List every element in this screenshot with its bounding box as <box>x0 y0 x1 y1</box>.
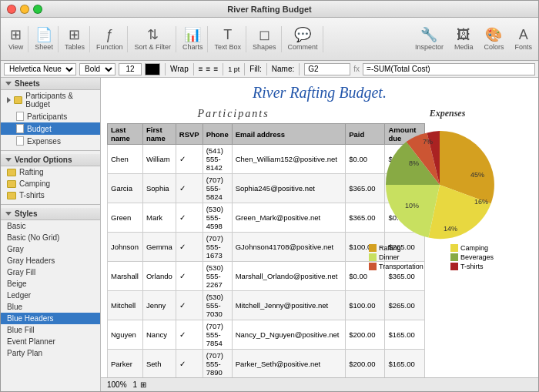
separator-2 <box>193 63 194 75</box>
sheets-header[interactable]: Sheets <box>1 78 100 90</box>
toolbar-colors[interactable]: 🎨 Colors <box>480 26 507 52</box>
window-controls <box>7 5 42 14</box>
label-45: 45% <box>470 171 484 179</box>
formula-input[interactable] <box>363 63 535 75</box>
status-bar: 100% 1 ⊞ <box>101 377 538 391</box>
sidebar-label-participants: Participants <box>27 112 67 121</box>
participants-title: Participants <box>107 108 360 120</box>
legend-transportation: Transportation <box>369 263 444 270</box>
sidebar-sep-2 <box>1 204 100 205</box>
sheet-label: Sheet <box>35 43 53 51</box>
align-right-icon[interactable]: ≡ <box>213 65 218 73</box>
maximize-button[interactable] <box>33 5 42 14</box>
toolbar-textbox[interactable]: T Text Box <box>209 26 246 52</box>
sheets-header-label: Sheets <box>15 79 40 88</box>
table-cell: ✓ <box>176 262 203 291</box>
sidebar-item-style[interactable]: Gray <box>1 243 100 255</box>
toolbar-media[interactable]: 🖼 Media <box>451 26 477 52</box>
table-cell: ✓ <box>176 233 203 262</box>
table-cell: Orlando <box>142 262 176 291</box>
sidebar-item-rafting[interactable]: Rafting <box>1 166 100 178</box>
table-cell: Mark <box>142 203 176 233</box>
label-16: 16% <box>474 198 488 206</box>
toolbar-shapes[interactable]: ◻ Shapes <box>248 26 282 52</box>
legend-label-beverages: Beverages <box>460 253 494 261</box>
legend-color-camping <box>450 244 458 252</box>
table-cell: Marshall <box>108 262 143 291</box>
sheet-icon: 📄 <box>35 28 52 42</box>
toolbar-view[interactable]: ⊞ View <box>4 26 28 52</box>
table-cell: Nancy_D_Nguyen@positive.net <box>232 320 346 350</box>
toolbar-inspector[interactable]: 🔧 Inspector <box>412 26 447 52</box>
sidebar-item-style[interactable]: Gray Fill <box>1 266 100 278</box>
sidebar-item-style[interactable]: Gray Headers <box>1 255 100 266</box>
legend-label-transportation: Transportation <box>379 263 424 270</box>
font-weight-select[interactable]: Bold <box>79 63 116 75</box>
toolbar-right: 🔧 Inspector 🖼 Media 🎨 Colors A Fonts <box>412 26 535 52</box>
table-cell: Parker <box>108 350 143 378</box>
sidebar-item-style[interactable]: Blue Fill <box>1 324 100 336</box>
vendor-label-camping: Camping <box>19 179 50 188</box>
sidebar-item-style[interactable]: Event Planner <box>1 336 100 347</box>
font-color-box[interactable] <box>145 63 160 75</box>
table-cell: Chen <box>108 145 143 174</box>
table-cell: Johnson <box>108 233 143 262</box>
minimize-button[interactable] <box>20 5 29 14</box>
folder-icon <box>14 96 22 104</box>
sidebar-item-style[interactable]: Basic <box>1 220 100 232</box>
label-8: 8% <box>409 159 419 167</box>
table-cell: (707) 555-1673 <box>203 233 232 262</box>
close-button[interactable] <box>7 5 16 14</box>
align-center-icon[interactable]: ≡ <box>206 65 211 73</box>
font-family-select[interactable]: Helvetica Neue <box>4 63 76 75</box>
table-cell: Nguyen <box>108 320 143 350</box>
sidebar-sep-1 <box>1 150 100 151</box>
legend-color-transportation <box>369 263 377 270</box>
sheet-title: River Rafting Budget. <box>107 84 532 102</box>
table-cell: Mitchell_Jenny@positive.net <box>232 291 346 320</box>
sidebar-item-tshirts[interactable]: T-shirts <box>1 189 100 201</box>
table-cell: Mitchell <box>108 291 143 320</box>
toolbar-comment[interactable]: 💬 Comment <box>283 26 323 52</box>
toolbar-charts[interactable]: 📊 Charts <box>178 26 209 52</box>
label-10: 10% <box>405 202 419 209</box>
toolbar-sheet[interactable]: 📄 Sheet <box>30 26 59 52</box>
fonts-icon: A <box>519 28 528 42</box>
toolbar-sort-filter[interactable]: ⇅ Sort & Filter <box>129 26 176 52</box>
sidebar-item-style[interactable]: Ledger <box>1 290 100 301</box>
toolbar-tables[interactable]: ⊞ Tables <box>60 26 90 52</box>
charts-label: Charts <box>182 43 203 51</box>
function-icon: ƒ <box>105 28 113 42</box>
sidebar-item-participants[interactable]: Participants <box>1 110 100 122</box>
sidebar-item-budget[interactable]: Budget <box>1 122 100 135</box>
sidebar-item-style[interactable]: Basic (No Grid) <box>1 232 100 243</box>
table-cell: ✓ <box>176 350 203 378</box>
sidebar-item-participants-budget[interactable]: Participants & Budget <box>1 90 100 110</box>
sidebar-item-style[interactable]: Blue <box>1 301 100 313</box>
legend-tshirts: T-shirts <box>450 263 526 270</box>
sidebar-item-style[interactable]: Beige <box>1 278 100 290</box>
chart-legend: Rafting Camping Dinner <box>363 244 532 270</box>
titlebar: River Rafting Budget <box>1 1 538 18</box>
table-cell: Parker_Seth@positive.net <box>232 350 346 378</box>
toolbar-function[interactable]: ƒ Function <box>92 26 129 52</box>
table-cell: William <box>142 145 176 174</box>
align-left-icon[interactable]: ≡ <box>199 65 203 73</box>
tables-icon: ⊞ <box>69 28 80 42</box>
sidebar-item-expenses[interactable]: Expenses <box>1 135 100 147</box>
vendor-header[interactable]: Vendor Options <box>1 154 100 166</box>
toolbar-fonts[interactable]: A Fonts <box>511 26 535 52</box>
table-cell: Sophia <box>142 174 176 203</box>
cell-ref-input[interactable] <box>304 63 350 75</box>
separator-5 <box>266 63 267 75</box>
styles-header[interactable]: Styles <box>1 208 100 220</box>
sidebar-item-style[interactable]: Party Plan <box>1 347 100 359</box>
separator-1 <box>165 63 166 75</box>
app-window: River Rafting Budget ⊞ View 📄 Sheet ⊞ Ta… <box>0 0 539 392</box>
sidebar-item-style[interactable]: Blue Headers <box>1 313 100 324</box>
sidebar-item-camping[interactable]: Camping <box>1 178 100 189</box>
table-cell: Green_Mark@positive.net <box>232 203 346 233</box>
font-size-input[interactable] <box>119 63 142 75</box>
legend-label-camping: Camping <box>460 244 488 252</box>
table-cell: ✓ <box>176 174 203 203</box>
